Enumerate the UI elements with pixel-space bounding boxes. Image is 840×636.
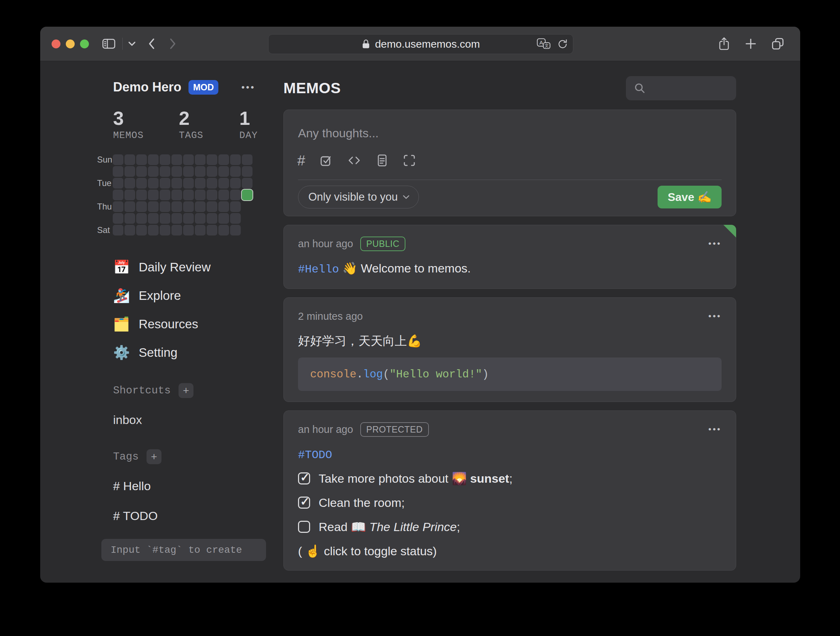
sidebar-item-setting[interactable]: ⚙️ Setting (113, 338, 274, 367)
share-button[interactable] (718, 36, 731, 51)
sidebar-item-resources[interactable]: 🗂️ Resources (113, 310, 274, 338)
shortcut-item-inbox[interactable]: inbox (113, 413, 274, 429)
sidebar-tag-todo[interactable]: # TODO (113, 509, 274, 525)
memo-text: 👋 Welcome to memos. (343, 261, 471, 275)
visibility-value: Only visible to you (308, 191, 398, 204)
heatmap-cell (148, 201, 159, 212)
activity-heatmap: SunTueThuSat (97, 153, 274, 236)
fullscreen-button[interactable] (403, 153, 416, 167)
memo-tag-hello[interactable]: #Hello (298, 263, 339, 276)
save-button[interactable]: Save ✍️ (658, 186, 722, 209)
heatmap-cell (159, 201, 171, 212)
new-tab-button[interactable] (745, 38, 757, 50)
stat-tags: 2 TAGS (179, 108, 239, 141)
heatmap-cell (113, 154, 123, 165)
checkbox-insert-button[interactable] (319, 153, 333, 167)
link-resource-button[interactable] (376, 153, 388, 167)
minimize-window-button[interactable] (66, 40, 75, 48)
sidebar-tag-hello[interactable]: # Hello (113, 479, 274, 495)
stat-memos: 3 MEMOS (113, 108, 179, 141)
tab-overview-button[interactable] (771, 37, 785, 51)
memo-menu-button[interactable]: ••• (708, 311, 722, 321)
todo-item: Read 📖 The Little Prince; (298, 517, 722, 536)
code-insert-button[interactable] (347, 154, 361, 167)
heatmap-cell (171, 178, 182, 188)
toolbar-divider (122, 38, 123, 50)
username: Demo Hero (113, 80, 182, 95)
forward-icon (168, 37, 177, 50)
heatmap-cell (159, 225, 171, 236)
visibility-select[interactable]: Only visible to you (298, 186, 419, 209)
memo-editor[interactable]: Any thoughts... # (283, 109, 736, 216)
memo-menu-button[interactable]: ••• (708, 424, 722, 434)
heatmap-cell (230, 190, 241, 200)
translate-button[interactable]: A 文 (537, 38, 551, 50)
heatmap-cell (171, 190, 182, 200)
memo-timestamp: 2 minutes ago (298, 310, 363, 322)
heatmap-cell (207, 201, 217, 212)
back-icon (147, 37, 156, 50)
tags-header: Tags + (113, 449, 274, 465)
heatmap-day-label: Sat (97, 225, 113, 235)
plus-icon (745, 38, 757, 50)
heatmap-cell (230, 225, 241, 236)
heatmap-cell (136, 213, 147, 224)
heatmap-day-label: Tue (97, 178, 113, 188)
heatmap-cell (230, 201, 241, 212)
heatmap-cell (159, 213, 171, 224)
page-title: MEMOS (283, 80, 341, 97)
heatmap-cell (171, 225, 182, 236)
heatmap-cell (159, 154, 171, 165)
reload-button[interactable] (557, 39, 568, 49)
tag-create-input[interactable]: Input `#tag` to create (101, 539, 266, 561)
address-bar[interactable]: demo.usememos.com A 文 (268, 34, 573, 54)
heatmap-cell (183, 178, 194, 188)
heatmap-cell (125, 166, 135, 177)
memos-page: MEMOS Any thoughts... # (274, 61, 800, 583)
heatmap-cell (136, 225, 147, 236)
translate-icon: A 文 (537, 38, 551, 50)
heatmap-cell (148, 154, 159, 165)
heatmap-cell (183, 201, 194, 212)
heatmap-cell (230, 166, 241, 177)
heatmap-cell (113, 225, 123, 236)
heatmap-cell (171, 154, 182, 165)
heatmap-cell (218, 190, 229, 200)
nav-label: Explore (139, 288, 181, 303)
nav-label: Resources (139, 317, 198, 331)
sidebar-menu-button[interactable] (128, 41, 136, 47)
heatmap-cell (207, 154, 217, 165)
heatmap-cell (113, 201, 123, 212)
heatmap-cell (171, 213, 182, 224)
back-button[interactable] (147, 37, 156, 50)
checkbox[interactable] (298, 521, 310, 533)
memo-text: 好好学习，天天向上💪 (298, 332, 722, 349)
close-window-button[interactable] (52, 40, 60, 48)
checkbox[interactable] (298, 497, 310, 509)
heatmap-cell (195, 190, 205, 200)
heatmap-cell (148, 225, 159, 236)
heatmap-cell (218, 225, 229, 236)
user-banner[interactable]: Demo Hero MOD ••• (113, 78, 255, 96)
user-menu-button[interactable]: ••• (242, 82, 255, 93)
add-tag-button[interactable]: + (147, 449, 161, 464)
sidebar-item-explore[interactable]: 🏂 Explore (113, 282, 274, 310)
zoom-window-button[interactable] (80, 40, 89, 48)
svg-text:A: A (540, 40, 543, 46)
memo-menu-button[interactable]: ••• (708, 239, 722, 248)
heatmap-cell (148, 178, 159, 188)
heatmap-cell (183, 154, 194, 165)
memo-tag-todo[interactable]: #TODO (298, 449, 332, 462)
checkbox[interactable] (298, 472, 310, 484)
add-shortcut-button[interactable]: + (178, 383, 193, 398)
forward-button[interactable] (168, 37, 177, 50)
sidebar-toggle-button[interactable] (102, 37, 116, 50)
fullscreen-icon (403, 153, 416, 167)
search-input[interactable] (626, 76, 736, 100)
heatmap-cell (159, 178, 171, 188)
heatmap-cell (183, 213, 194, 224)
tag-insert-button[interactable]: # (297, 153, 305, 168)
browser-toolbar: demo.usememos.com A 文 (40, 27, 800, 61)
memo-card-study: 2 minutes ago ••• 好好学习，天天向上💪 console.log… (283, 297, 736, 402)
sidebar-item-daily-review[interactable]: 📅 Daily Review (113, 253, 274, 282)
